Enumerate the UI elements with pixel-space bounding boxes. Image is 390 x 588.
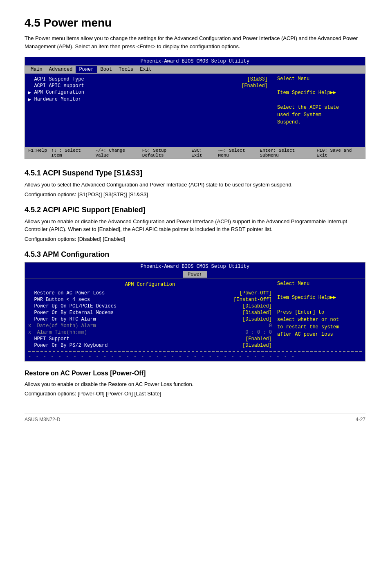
footer-f1: F1:Help	[28, 148, 47, 158]
help-title-2: Select Menu	[277, 281, 362, 287]
restore-value: [Power-Off]	[237, 290, 272, 296]
footer-esc: ESC: Exit	[191, 148, 214, 158]
bios-title-1: Phoenix-Award BIOS CMOS Setup Utility	[25, 57, 365, 65]
bios-row-apm-config[interactable]: APM Configuration	[28, 89, 268, 96]
bios2-row-date-alarm: Date(of Month) Alarm 0	[28, 323, 272, 329]
pci-pcie-value: [Disabled]	[240, 303, 272, 309]
section-452-config: Configuration options: [Disabled] [Enabl…	[25, 236, 365, 242]
pwr-btn-label: PWR Button < 4 secs	[28, 297, 231, 303]
bios2-submenu-bar[interactable]: Power	[183, 271, 207, 278]
footer-page: 4-27	[356, 417, 365, 422]
bios-footer-1: F1:Help ↑↓ : Select Item -/+: Change Val…	[25, 147, 365, 159]
rtc-alarm-label: Power On by RTC Alarm	[28, 316, 240, 322]
section-451-config: Configuration options: [S1(POS)] [S3(STR…	[25, 191, 365, 197]
restore-section-text: Allows you to enable or disable the Rest…	[25, 380, 365, 388]
acpi-suspend-value: [S1&S3]	[241, 76, 268, 82]
restore-label: Restore on AC Power Loss	[28, 290, 237, 296]
rtc-alarm-value: [Disabled]	[240, 316, 272, 322]
bios-right-panel-2: Select Menu Item Specific Help►► Press […	[272, 281, 362, 349]
bios-left-panel-2: APM Configuration Restore on AC Power Lo…	[28, 281, 272, 349]
bios2-row-alarm-time: Alarm Time(hh:mm) 0 : 0 : 0	[28, 329, 272, 336]
acpi-apic-label: ACPI APIC support	[28, 83, 235, 89]
hw-monitor-label: Hardware Monitor	[31, 97, 268, 103]
bios2-row-pci-pcie[interactable]: Power Up On PCI/PCIE Devices [Disabled]	[28, 303, 272, 310]
bios-row-hw-monitor[interactable]: Hardware Monitor	[28, 96, 268, 103]
help-specific-1: Item Specific Help►►	[277, 90, 362, 96]
ps2-kbd-value: [Disabled]	[240, 343, 272, 348]
menu-item-power[interactable]: Power	[76, 66, 97, 73]
help-specific-2: Item Specific Help►►	[277, 295, 362, 301]
page-title: 4.5 Power menu	[25, 16, 365, 29]
acpi-apic-value: [Enabled]	[235, 83, 268, 89]
bios-row-acpi-suspend[interactable]: ACPI Suspend Type [S1&S3]	[28, 76, 268, 83]
footer-f10: F10: Save and Exit	[317, 148, 362, 158]
intro-text: The Power menu items allow you to change…	[25, 34, 365, 50]
bios-screen-2: Phoenix-Award BIOS CMOS Setup Utility Po…	[25, 262, 365, 361]
section-452-heading: 4.5.2 ACPI APIC Support [Enabled]	[25, 206, 365, 214]
bios2-row-rtc-alarm[interactable]: Power On by RTC Alarm [Disabled]	[28, 316, 272, 323]
ps2-kbd-label: Power On By PS/2 Keyboard	[28, 343, 240, 348]
menu-item-main[interactable]: Main	[27, 66, 46, 73]
pci-pcie-label: Power Up On PCI/PCIE Devices	[28, 303, 240, 309]
bios-left-panel-1: ACPI Suspend Type [S1&S3] ACPI APIC supp…	[28, 76, 272, 145]
apm-config-title: APM Configuration	[28, 281, 272, 288]
menu-item-advanced[interactable]: Advanced	[46, 66, 76, 73]
menu-item-tools[interactable]: Tools	[115, 66, 137, 73]
footer-arrows: ↑↓ : Select Item	[51, 148, 91, 158]
apm-config-label: APM Configuration	[31, 90, 268, 96]
date-alarm-value: 0	[266, 323, 272, 329]
footer-f5: F5: Setup Defaults	[142, 148, 187, 158]
bios2-row-ps2-kbd[interactable]: Power On By PS/2 Keyboard [Disabled]	[28, 342, 272, 349]
acpi-suspend-label: ACPI Suspend Type	[28, 76, 241, 82]
ext-modem-value: [Disabled]	[240, 310, 272, 316]
ext-modem-label: Power On By External Modems	[28, 310, 240, 316]
dashes: - - - - - - - - - - - - - - - - - - - - …	[28, 354, 295, 359]
help-text-2: Press [Enter] toselect whether or notto …	[277, 309, 362, 338]
footer-select-menu: →←: Select Menu	[218, 148, 256, 158]
bios-content-1: ACPI Suspend Type [S1&S3] ACPI APIC supp…	[25, 74, 365, 147]
alarm-time-value: 0 : 0 : 0	[242, 330, 272, 335]
bios-content-2: APM Configuration Restore on AC Power Lo…	[25, 278, 365, 351]
section-451-text: Allows you to select the Advanced Config…	[25, 181, 365, 189]
bios-row-acpi-apic[interactable]: ACPI APIC support [Enabled]	[28, 83, 268, 89]
hpet-label: HPET Support	[28, 336, 242, 342]
bios2-row-hpet[interactable]: HPET Support [Enabled]	[28, 336, 272, 342]
footer-enter: Enter: Select SubMenu	[260, 148, 313, 158]
footer-product: ASUS M3N72-D	[25, 417, 60, 422]
bios2-row-pwr-btn[interactable]: PWR Button < 4 secs [Instant-Off]	[28, 296, 272, 303]
alarm-time-label: Alarm Time(hh:mm)	[28, 330, 242, 335]
bios-title-2: Phoenix-Award BIOS CMOS Setup Utility	[25, 263, 365, 271]
bios-screen-1: Phoenix-Award BIOS CMOS Setup Utility Ma…	[25, 57, 365, 159]
bios2-row-restore[interactable]: Restore on AC Power Loss [Power-Off]	[28, 290, 272, 296]
bios-menu-bar-1: Main Advanced Power Boot Tools Exit	[25, 65, 365, 74]
footer-change: -/+: Change Value	[95, 148, 138, 158]
help-text-1: Select the ACPI stateused for SystemSusp…	[277, 104, 362, 126]
section-452-text: Allows you to enable or disable the Adva…	[25, 218, 365, 233]
bios2-dashed-line: - - - - - - - - - - - - - - - - - - - - …	[28, 351, 362, 361]
help-title-1: Select Menu	[277, 76, 362, 82]
bios2-row-ext-modem[interactable]: Power On By External Modems [Disabled]	[28, 310, 272, 316]
menu-item-boot[interactable]: Boot	[97, 66, 115, 73]
date-alarm-label: Date(of Month) Alarm	[28, 323, 266, 329]
restore-section-heading: Restore on AC Power Loss [Power-Off]	[25, 370, 365, 377]
section-451-heading: 4.5.1 ACPI Suspend Type [S1&S3]	[25, 169, 365, 177]
page-footer: ASUS M3N72-D 4-27	[25, 413, 365, 422]
section-453-heading: 4.5.3 APM Configuration	[25, 250, 365, 259]
bios-right-panel-1: Select Menu Item Specific Help►► Select …	[272, 76, 362, 145]
hpet-value: [Enabled]	[242, 336, 272, 342]
restore-section-config: Configuration options: [Power-Off] [Powe…	[25, 391, 365, 397]
pwr-btn-value: [Instant-Off]	[231, 297, 272, 303]
menu-item-exit[interactable]: Exit	[137, 66, 155, 73]
